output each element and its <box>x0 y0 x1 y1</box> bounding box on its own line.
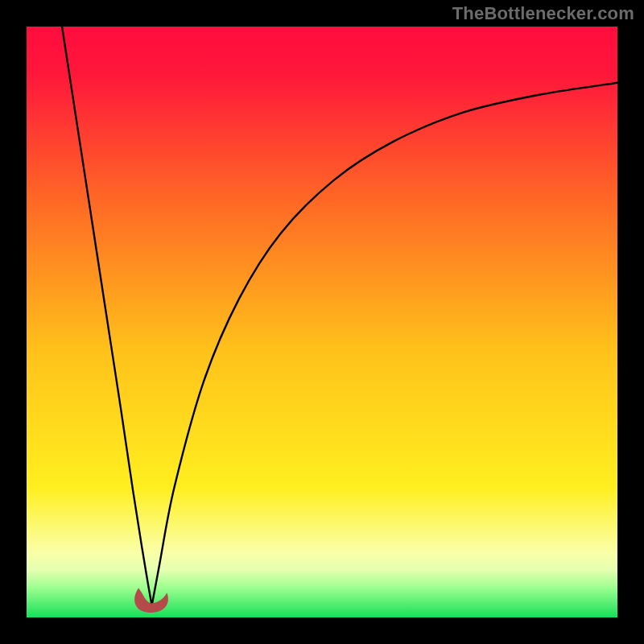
chart-svg <box>27 27 617 617</box>
attribution-text: TheBottlenecker.com <box>452 3 634 24</box>
chart-plot-area <box>27 27 617 617</box>
chart-background <box>27 27 617 617</box>
chart-frame: TheBottlenecker.com <box>0 0 644 644</box>
